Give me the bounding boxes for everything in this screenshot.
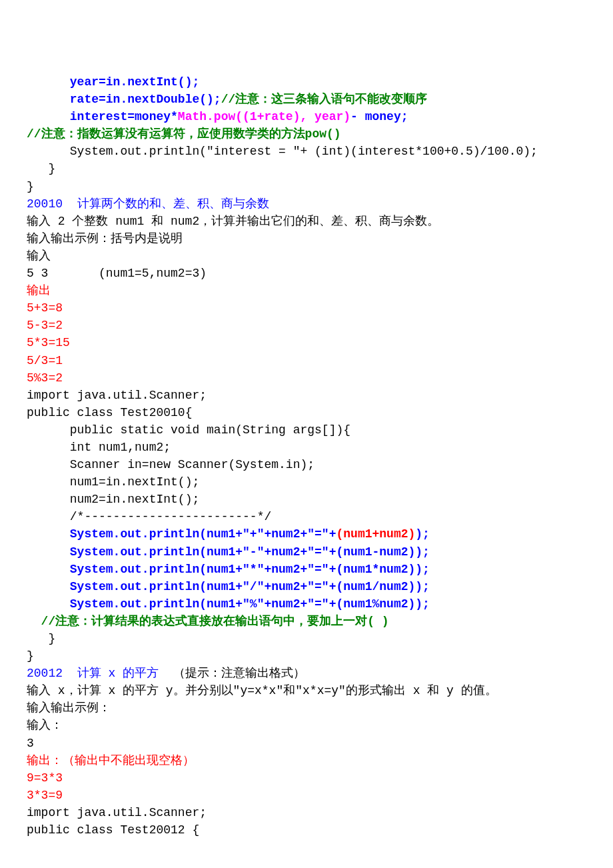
code-line: /*------------------------*/ [27, 508, 586, 525]
code-line: year=in.nextInt(); [27, 75, 199, 89]
code-line: public static void main(String args[]){ [27, 421, 586, 439]
input-label: 输入： [27, 717, 586, 734]
code-line: System.out.println(num1+"+"+num2+"="+ [27, 527, 336, 541]
output-label: 输出 [27, 284, 51, 297]
code-line: ); [415, 527, 430, 541]
problem-title: 20010 计算两个数的和、差、积、商与余数 [27, 197, 269, 211]
code-line: num2=in.nextInt(); [27, 491, 586, 508]
problem-hint: （提示：注意输出格式） [159, 667, 305, 680]
output-label: 输出：（输出中不能出现空格） [27, 754, 195, 767]
code-comment: //注意：指数运算没有运算符，应使用数学类的方法 [27, 127, 305, 141]
output-value: 3*3=9 [27, 789, 63, 802]
code-comment: //注意：这三条输入语句不能改变顺序 [221, 93, 428, 106]
code-line: import java.util.Scanner; [27, 804, 586, 821]
input-value: 3 [27, 735, 586, 752]
code-comment: pow() [305, 127, 341, 141]
code-line: int num1,num2; [27, 439, 586, 456]
code-line: } [27, 160, 586, 177]
code-line: rate=in.nextDouble(); [27, 93, 221, 106]
output-value: 5%3=2 [27, 371, 63, 385]
code-line: (num1+num2) [336, 527, 415, 541]
code-line: import java.util.Scanner; [27, 387, 586, 404]
code-line: System.out.println(num1+"/"+num2+"="+(nu… [27, 580, 430, 593]
code-line: System.out.println(num1+"-"+num2+"="+(nu… [27, 545, 430, 559]
code-line: Scanner in=new Scanner(System.in); [27, 456, 586, 473]
code-line: public class Test20012 { [27, 821, 586, 839]
code-line: public class Test20010{ [27, 404, 586, 421]
code-line: num1=in.nextInt(); [27, 473, 586, 491]
code-line: System.out.println("interest = "+ (int)(… [27, 143, 586, 160]
code-line: Math.pow((1+rate), year) [178, 110, 350, 123]
code-line: System.out.println(num1+"*"+num2+"="+(nu… [27, 563, 430, 576]
output-value: 9=3*3 [27, 771, 63, 785]
code-line: } [27, 178, 586, 195]
output-value: 5*3=15 [27, 336, 70, 349]
code-line: - money; [350, 110, 408, 123]
code-line: } [27, 647, 586, 665]
output-value: 5-3=2 [27, 319, 63, 332]
io-label: 输入输出示例：括号内是说明 [27, 230, 586, 247]
input-label: 输入 [27, 247, 586, 265]
io-label: 输入输出示例： [27, 699, 586, 717]
code-line: } [27, 630, 586, 647]
problem-desc: 输入 2 个整数 num1 和 num2，计算并输出它们的和、差、积、商与余数。 [27, 213, 586, 230]
code-comment: //注意：计算结果的表达式直接放在输出语句中，要加上一对 [27, 615, 367, 628]
output-value: 5+3=8 [27, 301, 63, 315]
code-line: System.out.println(num1+"%"+num2+"="+(nu… [27, 597, 430, 611]
input-value: 5 3 (num1=5,num2=3) [27, 265, 586, 282]
code-comment: ( ) [367, 615, 388, 628]
problem-desc: 输入 x，计算 x 的平方 y。并分别以"y=x*x"和"x*x=y"的形式输出… [27, 682, 586, 699]
problem-title: 20012 计算 x 的平方 [27, 667, 159, 680]
code-line: interest=money* [27, 110, 178, 123]
output-value: 5/3=1 [27, 354, 63, 367]
